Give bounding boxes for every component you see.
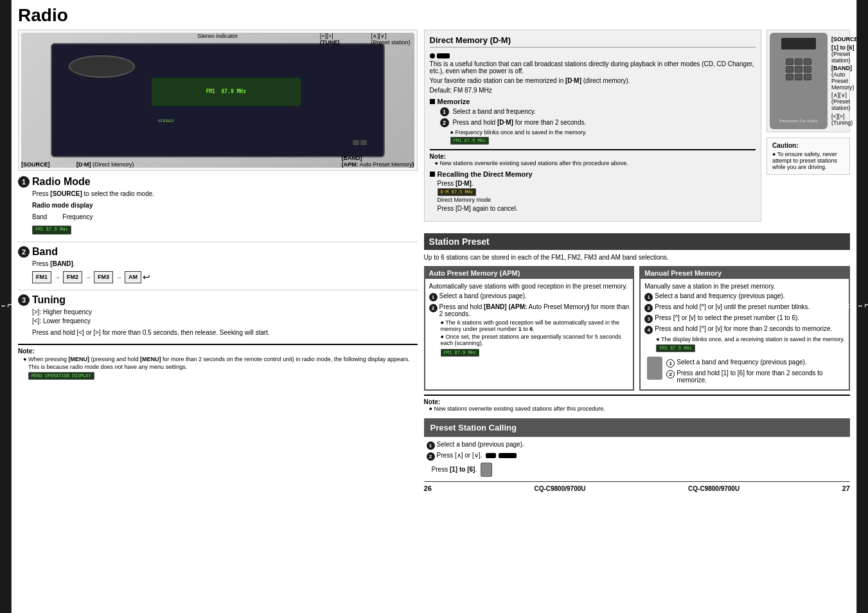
sq-bullet-recall xyxy=(430,172,435,177)
mpm-step1-num: 1 xyxy=(644,293,653,301)
unit-diagram-image: FM1 87.9 MHz STEREO xyxy=(21,33,414,168)
tuning-body: [>]: Higher frequency [<]: Lower frequen… xyxy=(32,308,418,337)
right-page-tab-num: 8 xyxy=(837,306,844,311)
band-label-text: Band xyxy=(32,213,47,222)
panasonic-logo: Panasonic Car Audio xyxy=(770,119,828,123)
pc-step1-num: 1 xyxy=(427,441,435,450)
memorize-step2: 2 Press and hold [D·M] for more than 2 s… xyxy=(440,118,756,127)
note-left-bullet1: When pressing [MENU] (pressing and hold … xyxy=(23,356,418,362)
rc-btn-5 xyxy=(795,66,802,73)
band-am: AM xyxy=(125,271,141,283)
apm-step2-text: Press and hold [BAND] (APM: Auto Preset … xyxy=(439,303,630,317)
band-title: 2 Band xyxy=(18,246,418,258)
remote-diagram: Panasonic Car Audio [SOURCE] [1] to [6](… xyxy=(766,30,850,132)
preset-calling-header: Preset Station Calling xyxy=(424,418,850,437)
radio-mode-num: 1 xyxy=(18,176,30,188)
sp-note: Note: ● New stations overwrite existing … xyxy=(424,395,850,412)
recalling-screen: D·M 87.5 MHz xyxy=(438,188,477,196)
rc-btn-7 xyxy=(786,74,793,80)
step2-num: 2 xyxy=(440,118,449,127)
station-preset-desc: Up to 6 stations can be stored in each o… xyxy=(424,254,850,261)
mpm-step3: 3 Press [^] or [v] to select the preset … xyxy=(644,314,845,323)
mpm-remote-step2: 2 Press and hold [1] to [6] for more tha… xyxy=(666,369,845,384)
radio-mode-display-label: Radio mode display xyxy=(32,201,418,210)
recalling-section: Recalling the Direct Memory Press [D·M].… xyxy=(430,170,756,212)
mpm-step4-text: Press and hold [^] or [v] for more than … xyxy=(655,325,832,332)
arrow2: → xyxy=(85,273,91,282)
radio-mode-title: 1 Radio Mode xyxy=(18,176,418,188)
right-column: Direct Memory (D·M) This is a useful fun… xyxy=(424,30,850,608)
source-label-diag: [SOURCE] xyxy=(21,161,50,168)
direct-memory-mode-label: Direct Memory mode xyxy=(438,197,756,203)
footer: 26 CQ-C9800/9700U CQ-C9800/9700U 27 xyxy=(424,481,850,492)
sp-note-title: Note: xyxy=(424,398,441,405)
sp-two-col: Auto Preset Memory (APM) Automatically s… xyxy=(424,266,850,391)
pc-step2-num: 2 xyxy=(427,452,435,461)
rc-btn-8 xyxy=(795,74,802,80)
tuning-heading: Tuning xyxy=(32,294,66,306)
cancel-desc: Press [D·M] again to cancel. xyxy=(438,205,756,212)
band-body: Press [BAND]. FM1 → FM2 → FM3 → AM ↩ xyxy=(32,260,418,284)
mpm-step1-text: Select a band and frequency (previous pa… xyxy=(655,292,784,299)
loop-arrow: ↩ xyxy=(143,271,150,284)
station-preset-section: Station Preset Up to 6 stations can be s… xyxy=(424,233,850,479)
stereo-indicator-label: Stereo indicator xyxy=(197,33,238,39)
mpm-rs1-num: 1 xyxy=(666,359,675,368)
dot1 xyxy=(430,53,435,58)
pc-step3-text: Press [1] to [6]. xyxy=(432,463,492,477)
mpm-box: Manual Preset Memory Manually save a sta… xyxy=(639,266,850,391)
tuning-desc: Press and hold [<] or [>] for more than … xyxy=(32,328,418,337)
right-page-num: 27 xyxy=(842,484,850,492)
rc-btn-1 xyxy=(786,58,793,65)
tuning-higher: [>]: Higher frequency xyxy=(32,308,418,317)
mpm-step2-num: 2 xyxy=(644,304,653,312)
apm-step2: 2 Press and hold [BAND] (APM: Auto Prese… xyxy=(429,303,630,317)
rc-btn-9 xyxy=(804,74,811,80)
remote-inner: Panasonic Car Audio [SOURCE] [1] to [6](… xyxy=(770,33,847,129)
mpm-rs2-text: Press and hold [1] to [6] for more than … xyxy=(677,369,845,384)
note-screen: MENU OPERATION DISPLAY xyxy=(28,372,94,380)
mpm-bullet1: ● The display blinks once, and a receivi… xyxy=(656,336,845,342)
band-label-diag: [BAND](APM: Auto Preset Memory) xyxy=(342,155,414,168)
mpm-title: Manual Preset Memory xyxy=(641,267,849,279)
apm-title: Auto Preset Memory (APM) xyxy=(425,267,633,279)
remote-preset2-label: [∧][∨](Preset station) xyxy=(831,92,860,111)
memorize-step1: 1 Select a band and frequency. xyxy=(440,107,756,116)
sq-bullet-memorize xyxy=(430,99,435,104)
dm-title: Direct Memory (D·M) xyxy=(430,35,756,48)
remote-source-label: [SOURCE] xyxy=(831,36,860,42)
recalling-heading: Recalling the Direct Memory xyxy=(438,170,533,178)
band-fm1: FM1 xyxy=(32,271,51,283)
preset-calling-section: Preset Station Calling 1 Select a band (… xyxy=(424,418,850,477)
mpm-step3-text: Press [^] or [v] to select the preset nu… xyxy=(655,314,799,321)
tune-label: [<][>](TUNE) xyxy=(320,33,340,46)
remote-preset-label: [1] to [6](Preset station) xyxy=(831,44,860,64)
radio-mode-body: Press [SOURCE] to select the radio mode.… xyxy=(32,190,418,235)
left-page-num: 26 xyxy=(424,484,432,492)
top-right-row: Direct Memory (D·M) This is a useful fun… xyxy=(424,30,850,228)
mpm-step2-text: Press and hold [^] or [v] until the pres… xyxy=(655,303,810,310)
dm-desc1: This is a useful function that can call … xyxy=(430,60,756,75)
radio-mode-section: 1 Radio Mode Press [SOURCE] to select th… xyxy=(18,176,418,235)
rtab-l: L xyxy=(864,304,869,309)
unit-diagram: FM1 87.9 MHz STEREO Stereo indicator xyxy=(18,30,418,171)
mpm-remote-sub: 1 Select a band and frequency (previous … xyxy=(647,357,845,386)
memorize-title: Memorize xyxy=(430,98,756,105)
band-heading: Band xyxy=(32,246,58,258)
left-column: FM1 87.9 MHz STEREO Stereo indicator xyxy=(18,30,418,608)
dm-desc3: Default: FM 87.9 MHz xyxy=(430,87,756,94)
mpm-step1: 1 Select a band and frequency (previous … xyxy=(644,292,845,301)
step1-text: Select a band and frequency. xyxy=(452,108,535,115)
arrow3: → xyxy=(116,273,122,282)
radio-mode-screen: FM1 87.9 MHz xyxy=(32,226,71,235)
apm-screen: FM1 87.9 MHz xyxy=(441,349,480,357)
remote-diagram-area: Panasonic Car Audio [SOURCE] [1] to [6](… xyxy=(766,30,850,228)
tuning-section: 3 Tuning [>]: Higher frequency [<]: Lowe… xyxy=(18,294,418,337)
tuning-num: 3 xyxy=(18,294,30,306)
arrow1: → xyxy=(54,273,60,282)
apm-bullet1: ● The 6 stations with good reception wil… xyxy=(441,319,630,332)
rc-btn-6 xyxy=(804,66,811,73)
mpm-desc: Manually save a station in the preset me… xyxy=(644,283,845,290)
rc-btn-3 xyxy=(804,58,811,65)
note-left-title: Note: xyxy=(18,348,35,355)
